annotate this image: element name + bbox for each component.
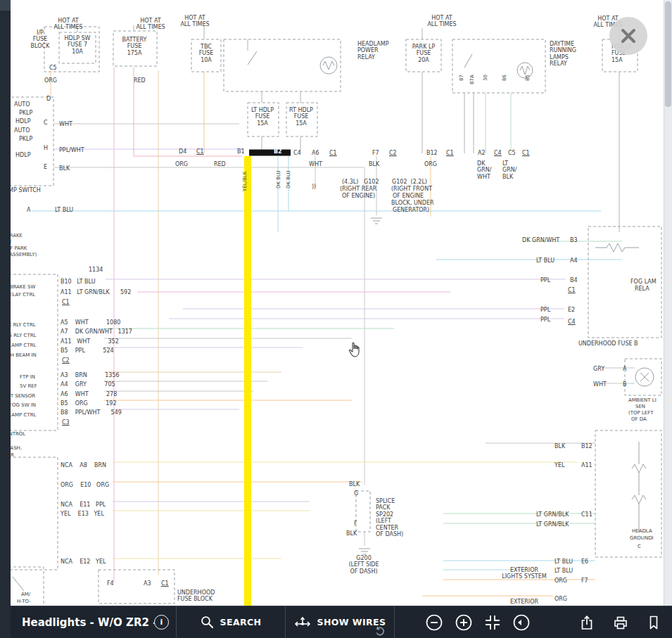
diagram-label: PPL/WHT <box>59 147 84 153</box>
search-label: SEARCH <box>220 617 262 627</box>
diagram-label: E2 <box>568 307 575 313</box>
diagram-label: C1 <box>62 299 70 305</box>
diagram-label: BLK <box>554 443 565 449</box>
diagram-label: BLK <box>59 165 70 172</box>
diagram-label: 1134 <box>89 267 103 273</box>
diagram-label: PARK LP FUSE 20A <box>412 44 435 63</box>
diagram-label: A11 LT GRN/BLK 592 <box>61 289 131 295</box>
info-icon[interactable]: i <box>154 615 169 630</box>
diagram-label: B5 ORG 192 <box>61 400 117 407</box>
document-actions <box>579 606 672 638</box>
diagram-label: EXTERIOR <box>510 599 538 605</box>
search-button[interactable]: SEARCH <box>177 606 285 638</box>
diagram-label: 87 <box>459 75 464 81</box>
diagram-label: B5 PPL 524 <box>61 347 114 354</box>
diagram-label: LT GRN/BLK <box>536 511 569 518</box>
diagram-label: PPL <box>540 317 550 323</box>
diagram-label: A7 DK GRN/WHT 1317 <box>61 328 132 335</box>
diagram-label: HOT AT ALL TIMES <box>180 15 209 28</box>
diagram-label: B3 <box>570 237 578 243</box>
diagram-label: PPL <box>540 277 550 283</box>
reset-view-button[interactable] <box>512 613 531 632</box>
diagram-label: GRY <box>593 366 604 372</box>
zoom-in-button[interactable] <box>454 613 474 632</box>
diagram-label: UNDERHOOD FUSE B <box>578 340 638 347</box>
undo-highlight-icon[interactable] <box>375 625 386 638</box>
diagram-title-section[interactable]: Headlights - W/O ZR2 - P... i <box>11 606 176 638</box>
export-button[interactable] <box>579 615 595 630</box>
diagram-label: DAYTIME RUNNING LAMPS RELAY <box>550 41 576 68</box>
close-button[interactable] <box>609 17 647 55</box>
diagram-label: YEL E13 YEL <box>61 511 104 517</box>
diagram-label: C1 <box>568 287 576 293</box>
diagram-label: A3 <box>144 580 151 587</box>
fit-to-screen-button[interactable] <box>483 613 502 632</box>
diagram-label: NCA E11 PPL <box>61 502 106 508</box>
wiring-diagram-canvas[interactable]: HOT AT ALL TIMESHOT AT ALL TIMESHOT AT A… <box>0 0 672 638</box>
left-panel-corner <box>0 0 11 11</box>
diagram-label: YEL <box>554 462 564 468</box>
diagram-label: C4 <box>568 319 576 325</box>
diagram-label: B <box>623 381 627 388</box>
print-icon <box>613 615 628 630</box>
close-icon <box>618 25 639 46</box>
fit-to-screen-icon <box>483 613 502 632</box>
diagram-label: FOG LAM <box>630 279 657 285</box>
diagram-label: WHT <box>59 121 72 127</box>
diagram-label: B12 <box>581 443 592 449</box>
export-icon <box>579 615 595 630</box>
vertical-scrollbar[interactable] <box>664 0 672 606</box>
diagram-label: WHT <box>309 161 322 167</box>
diagram-label: DK BLU <box>276 170 281 189</box>
scrollbar-thumb[interactable] <box>665 1 671 107</box>
diagram-label: LT HDLP FUSE 15A <box>251 107 274 127</box>
diagram-label: F <box>354 521 357 527</box>
diagram-label: ORG <box>424 161 437 167</box>
diagram-label: AMBIENT LI <box>628 397 657 403</box>
diagram-label: C1 <box>522 150 530 156</box>
zoom-out-button[interactable] <box>424 613 444 632</box>
diagram-label: TBC FUSE 10A <box>199 44 214 63</box>
diagram-label: B8 PPL/WHT 549 <box>61 409 122 416</box>
diagram-label: C5 <box>508 150 516 156</box>
diagram-label: NCA A8 BRN <box>61 462 106 468</box>
diagram-label: ORG <box>175 161 188 167</box>
diagram-label: )) <box>312 184 316 190</box>
diagram-label: HEADLA <box>632 528 652 534</box>
diagram-label: HOT AT ALL TIMES <box>427 15 456 28</box>
diagram-label: BLK <box>346 530 357 537</box>
diagram-label: C2 <box>62 357 70 364</box>
diagram-label: C1 <box>446 150 454 156</box>
toolbar-spacer <box>560 606 579 638</box>
diagram-label: PKLP <box>19 136 32 142</box>
diagram-label: SEN <box>635 404 645 409</box>
diagram-label: FTP IN <box>20 374 35 380</box>
bookmark-icon <box>647 615 661 630</box>
reset-view-icon <box>512 613 531 632</box>
diagram-label: HDLP SW FUSE 7 10A <box>65 35 91 55</box>
zoom-out-icon <box>424 613 444 632</box>
diagram-label: ORG <box>554 578 567 584</box>
diagram-label: B2 <box>274 148 282 155</box>
diagram-label: HOT AT ALL TIMES <box>136 18 165 31</box>
diagram-label: DK GRN/WHT <box>522 237 559 243</box>
diagram-label: HDLP <box>15 152 30 158</box>
diagram-label: 5V REF <box>20 383 37 389</box>
diagram-label: PKLP <box>19 110 32 116</box>
bookmark-button[interactable] <box>647 615 661 630</box>
diagram-label: B4 <box>570 277 578 283</box>
diagram-label: EXTERIOR LIGHTS SYSTEM <box>502 567 546 580</box>
diagram-label: NCA E12 YEL <box>61 559 106 565</box>
diagram-label: A5 WHT 1080 <box>61 319 120 326</box>
diagram-label: G <box>354 490 358 497</box>
print-button[interactable] <box>613 615 628 630</box>
diagram-label: A4 GRY 705 <box>61 381 115 388</box>
diagram-label: RED <box>214 161 226 167</box>
show-wires-button[interactable]: SHOW WIRES <box>286 606 394 638</box>
diagram-label: GROUNDI <box>630 535 654 541</box>
diagram-label: D <box>46 96 51 102</box>
diagram-label: ORG <box>44 77 57 84</box>
diagram-label: BATTERY FUSE 175A <box>122 37 147 56</box>
diagram-label: LT BLU <box>536 257 554 264</box>
diagram-label: 85 <box>525 75 531 81</box>
